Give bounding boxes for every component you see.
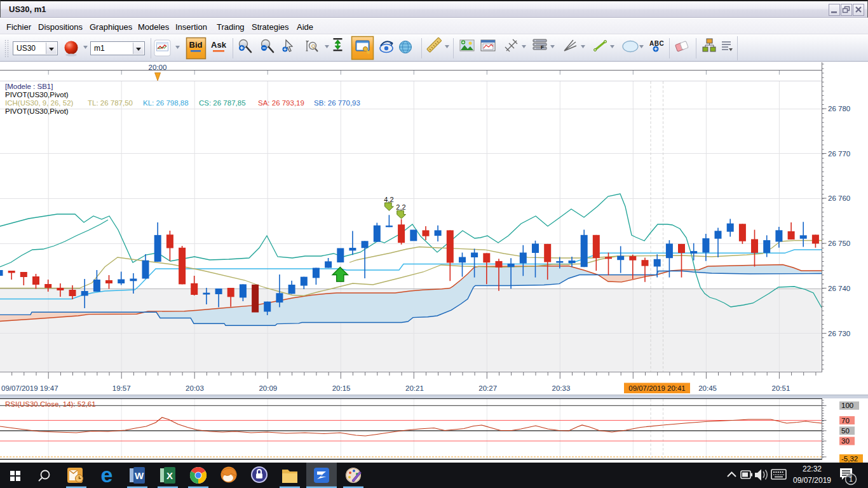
svg-text:X: X bbox=[166, 470, 173, 481]
svg-text:F: F bbox=[541, 44, 544, 50]
svg-text:26 760: 26 760 bbox=[828, 194, 850, 202]
svg-text:20:51: 20:51 bbox=[772, 384, 790, 392]
svg-text:[Modele : SB1]: [Modele : SB1] bbox=[5, 83, 53, 90]
svg-text:20:00: 20:00 bbox=[149, 64, 167, 71]
svg-text:50: 50 bbox=[841, 427, 850, 435]
svg-text:-5,32: -5,32 bbox=[841, 455, 858, 463]
svg-text:PIVOT(US30,Pivot): PIVOT(US30,Pivot) bbox=[5, 91, 69, 98]
svg-text:26 740: 26 740 bbox=[828, 285, 850, 292]
svg-text:2,2: 2,2 bbox=[396, 203, 405, 211]
svg-text:70: 70 bbox=[841, 417, 850, 424]
svg-text:26 780: 26 780 bbox=[828, 105, 850, 112]
svg-text:20:03: 20:03 bbox=[186, 384, 204, 392]
svg-text:e: e bbox=[101, 463, 113, 487]
svg-text:09/07/2019 19:47: 09/07/2019 19:47 bbox=[1, 384, 58, 392]
svg-text:09/07/2019: 09/07/2019 bbox=[793, 476, 831, 485]
svg-text:100: 100 bbox=[841, 402, 853, 409]
svg-text:26 750: 26 750 bbox=[828, 240, 850, 247]
svg-text:1: 1 bbox=[849, 475, 853, 483]
svg-text:RSI(US30.Close, 14): 52,61: RSI(US30.Close, 14): 52,61 bbox=[5, 400, 96, 408]
svg-text:20:27: 20:27 bbox=[478, 384, 497, 392]
svg-text:20:15: 20:15 bbox=[332, 384, 351, 392]
svg-text:26 730: 26 730 bbox=[828, 330, 850, 337]
svg-text:Q: Q bbox=[311, 43, 315, 49]
svg-text:19:57: 19:57 bbox=[112, 384, 131, 392]
svg-text:09/07/2019 20:41: 09/07/2019 20:41 bbox=[628, 384, 686, 392]
svg-text:20:09: 20:09 bbox=[259, 384, 277, 392]
svg-text:20:21: 20:21 bbox=[405, 384, 424, 392]
svg-text:W: W bbox=[135, 470, 144, 481]
svg-text:20:45: 20:45 bbox=[698, 384, 717, 392]
svg-text:26 770: 26 770 bbox=[828, 150, 850, 158]
svg-text:30: 30 bbox=[841, 437, 850, 445]
svg-text:20:33: 20:33 bbox=[552, 384, 571, 392]
svg-text:ABC: ABC bbox=[649, 40, 664, 47]
svg-text:PIVOT(US30,Pivot): PIVOT(US30,Pivot) bbox=[5, 107, 69, 115]
svg-text:4,2: 4,2 bbox=[384, 196, 393, 203]
svg-text:22:32: 22:32 bbox=[803, 464, 822, 473]
